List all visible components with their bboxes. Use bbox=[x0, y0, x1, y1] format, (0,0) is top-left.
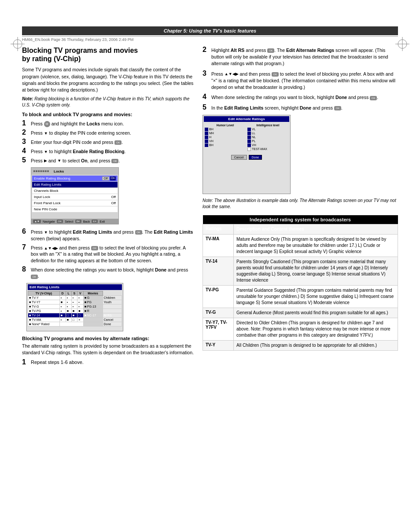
step-2: 2 Press ▼ to display the PIN code enteri… bbox=[22, 129, 194, 136]
file-info: HM66_EN.book Page 36 Thursday, February … bbox=[22, 36, 398, 42]
menu-icon: M bbox=[44, 121, 50, 127]
svg-rect-18 bbox=[47, 170, 49, 172]
right-column: 2 Highlight Alt RS and press OK. The Edi… bbox=[203, 46, 398, 366]
locks-nav: ▲▼ Navigate OK Select BK Back EX Exit bbox=[31, 219, 118, 224]
blocking-alt-body: The alternate rating system is provided … bbox=[22, 343, 194, 356]
down-arrow3: ▼ bbox=[57, 158, 61, 164]
alt-ratings-screen: Edit Alternate Ratings Humor Level BH MH… bbox=[203, 115, 291, 194]
row-tvma: ■ TV-MA•■□× Cancel bbox=[28, 318, 122, 322]
ok-icon: OK bbox=[114, 140, 122, 145]
rating-cell: TV-Y7, TV-Y7FV bbox=[203, 318, 234, 340]
right-arrow: ▶ bbox=[44, 158, 47, 164]
desc-cell: All Children (This program is designed t… bbox=[234, 340, 398, 350]
locks-item-input: Input LockOff bbox=[32, 194, 118, 200]
note-text: Note: Rating blocking is a function of t… bbox=[22, 96, 194, 108]
col-ratings-header: Ratings bbox=[203, 224, 234, 234]
step-6: 6 Press ▼ to highlight Edit Rating Limit… bbox=[22, 228, 194, 242]
step-3: 3 Enter your four-digit PIN code and pre… bbox=[22, 138, 194, 146]
step-1: 1 Press M and highlight the Locks menu i… bbox=[22, 120, 194, 127]
svg-rect-17 bbox=[45, 170, 47, 172]
blocking-alt-section: Blocking TV programs and movies by alter… bbox=[22, 336, 194, 366]
locks-item-front: Front Panel LockOff bbox=[32, 200, 118, 206]
right-step-3: 3 Press ▲▼◀▶ and then press OK to select… bbox=[203, 70, 398, 91]
svg-rect-12 bbox=[33, 170, 35, 172]
row-none: ■ None* Rated Done bbox=[28, 322, 122, 327]
corner-decoration-tl bbox=[10, 36, 26, 52]
locks-screen: Locks Enable Rating Blocking Off On Edit… bbox=[31, 167, 119, 224]
svg-rect-13 bbox=[36, 170, 37, 172]
ok-icon2: OK bbox=[111, 159, 118, 163]
table-row: TV-Y7, TV-Y7FVDirected to Older Children… bbox=[203, 318, 398, 340]
chapter-header: Chapter 5: Using the TV's basic features bbox=[22, 26, 398, 35]
step-5: 5 Press ▶ and ▼ to select On, and press … bbox=[22, 157, 194, 164]
corner-decoration-tr bbox=[394, 36, 410, 52]
table-row: TV-PGParental Guidance Suggested (This p… bbox=[203, 285, 398, 308]
svg-rect-15 bbox=[40, 170, 42, 172]
steps-list: 1 Press M and highlight the Locks menu i… bbox=[22, 120, 194, 164]
locks-item-rating: Enable Rating Blocking Off On bbox=[32, 176, 118, 181]
table-row: TV-GGeneral Audience (Most parents would… bbox=[203, 308, 398, 318]
row-tvy: ■ TV-Y•••• ■ G Children bbox=[28, 296, 122, 300]
table-row: TV-14Parents Strongly Cautioned (This pr… bbox=[203, 257, 398, 285]
step-7: 7 Press ▲▼◀▶ and then press OK to select… bbox=[22, 244, 194, 264]
rating-cell: TV-MA bbox=[203, 234, 234, 257]
steps-list-2: 6 Press ▼ to highlight Edit Rating Limit… bbox=[22, 228, 194, 279]
right-step-2: 2 Highlight Alt RS and press OK. The Edi… bbox=[203, 46, 398, 67]
rating-system-table: Independent rating system for broadcaste… bbox=[203, 215, 398, 351]
locks-menu: Enable Rating Blocking Off On Edit Ratin… bbox=[31, 175, 118, 219]
table-row: TV-YAll Children (This program is design… bbox=[203, 340, 398, 350]
rating-table-small: TV (V-Chip) D L S V Movies ■ TV-Y•••• bbox=[28, 291, 122, 327]
locks-title-bar: Locks bbox=[31, 168, 118, 175]
desc-cell: General Audience (Most parents would fin… bbox=[234, 308, 398, 318]
rating-cell: TV-14 bbox=[203, 257, 234, 285]
row-tvpg: ■ TV-PG•■■■ ■ R bbox=[28, 309, 122, 313]
desc-cell: Directed to Older Children (This program… bbox=[234, 318, 398, 340]
locks-item-channels: Channels Block bbox=[32, 188, 118, 194]
desc-cell: Mature Audience Only (This program is sp… bbox=[234, 234, 398, 257]
page: Chapter 5: Using the TV's basic features… bbox=[0, 26, 420, 525]
left-column: Blocking TV programs and moviesby rating… bbox=[22, 46, 194, 366]
desc-cell: Parental Guidance Suggested (This progra… bbox=[234, 285, 398, 308]
alt-note: Note: The above illustration is example … bbox=[203, 198, 398, 210]
alt-done-button[interactable]: Done bbox=[249, 155, 262, 160]
right-step-4: 4 When done selecting the ratings you wa… bbox=[203, 93, 398, 101]
section-title: Blocking TV programs and moviesby rating… bbox=[22, 46, 194, 63]
alt-step-1: 1 Repeat steps 1-6 above. bbox=[22, 359, 194, 366]
edit-rating-screen: Edit Rating Limits TV (V-Chip) D L S V M… bbox=[26, 283, 123, 331]
rating-cell: TV-G bbox=[203, 308, 234, 318]
alt-cancel-button[interactable]: Cancel bbox=[231, 155, 247, 160]
row-tvy7: ■ TV-Y7■••• ■ PG Youth bbox=[28, 300, 122, 305]
row-tvg: ■ TV-G•••• ■ PG-13 bbox=[28, 305, 122, 309]
col-desc-header: Description and Content themes bbox=[234, 224, 398, 234]
rating-cell: TV-Y bbox=[203, 340, 234, 350]
intro-text: Some TV programs and movies include sign… bbox=[22, 66, 194, 93]
table-row: TV-MAMature Audience Only (This program … bbox=[203, 234, 398, 257]
row-tv14: ■ TV-14 ■ □ ■ □ ■ NC-17 At RS bbox=[28, 313, 122, 318]
rating-table-header: Independent rating system for broadcaste… bbox=[203, 215, 398, 224]
step-4: 4 Press ▼ to highlight Enable Rating Blo… bbox=[22, 147, 194, 155]
locks-item-pin: New PIN Code bbox=[32, 206, 118, 212]
svg-rect-16 bbox=[43, 170, 44, 172]
blocking-alt-title: Blocking TV programs and movies by alter… bbox=[22, 336, 194, 341]
step-8: 8 When done selecting the ratings you wa… bbox=[22, 266, 194, 279]
locks-item-edit: Edit Rating Limits bbox=[32, 182, 118, 187]
rating-cell: TV-PG bbox=[203, 285, 234, 308]
main-content: Blocking TV programs and moviesby rating… bbox=[22, 46, 398, 366]
down-arrow2: ▼ bbox=[44, 149, 48, 155]
block-unblock-heading: To block and unblock TV programs and mov… bbox=[22, 112, 194, 117]
chapter-title: Chapter 5: Using the TV's basic features bbox=[164, 28, 256, 33]
right-steps: 2 Highlight Alt RS and press OK. The Edi… bbox=[203, 46, 398, 111]
desc-cell: Parents Strongly Cautioned (This program… bbox=[234, 257, 398, 285]
svg-rect-14 bbox=[38, 170, 40, 172]
right-step-5: 5 In the Edit Rating Limits screen, high… bbox=[203, 104, 398, 111]
down-arrow: ▼ bbox=[44, 131, 48, 136]
